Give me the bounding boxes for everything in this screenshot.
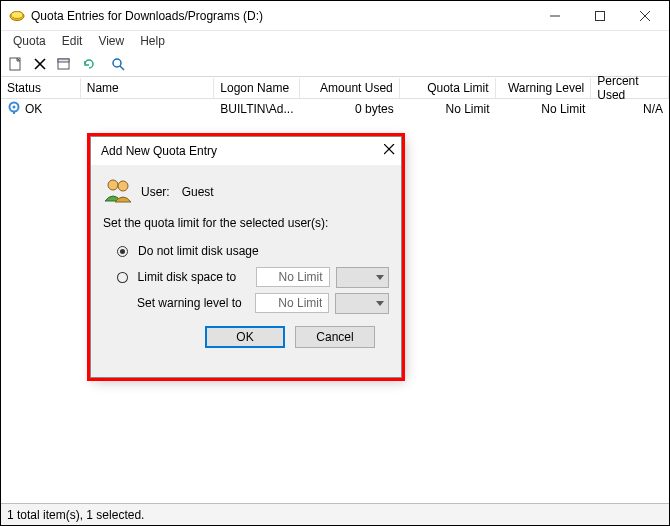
svg-rect-15: [13, 111, 15, 114]
statusbar-text: 1 total item(s), 1 selected.: [7, 508, 144, 522]
limit-unit-select[interactable]: [336, 267, 389, 288]
statusbar: 1 total item(s), 1 selected.: [1, 503, 669, 525]
menubar: Quota Edit View Help: [1, 31, 669, 51]
radio-limit[interactable]: [117, 272, 128, 283]
delete-button[interactable]: [29, 53, 51, 75]
radio-no-limit-label[interactable]: Do not limit disk usage: [138, 244, 259, 258]
svg-point-18: [108, 180, 118, 190]
toolbar: [1, 51, 669, 77]
col-warn[interactable]: Warning Level: [496, 78, 592, 98]
menu-quota[interactable]: Quota: [5, 33, 54, 49]
titlebar: Quota Entries for Downloads/Programs (D:…: [1, 1, 669, 31]
cell-amount: 0 bytes: [300, 102, 400, 116]
menu-view[interactable]: View: [90, 33, 132, 49]
disk-quota-icon: [9, 8, 25, 24]
menu-help[interactable]: Help: [132, 33, 173, 49]
cell-status: OK: [1, 101, 81, 118]
dialog-prompt: Set the quota limit for the selected use…: [103, 216, 389, 230]
window-controls: [532, 2, 667, 30]
svg-point-19: [118, 181, 128, 191]
new-entry-button[interactable]: [5, 53, 27, 75]
minimize-button[interactable]: [532, 2, 577, 30]
warn-unit-select[interactable]: [335, 293, 389, 314]
limit-value-input[interactable]: [256, 267, 330, 287]
table-header: Status Name Logon Name Amount Used Quota…: [1, 77, 669, 99]
cell-quota: No Limit: [400, 102, 496, 116]
find-button[interactable]: [107, 53, 129, 75]
cell-percent: N/A: [591, 102, 669, 116]
radio-no-limit[interactable]: [117, 246, 128, 257]
cell-logon: BUILTIN\Ad...: [214, 102, 300, 116]
menu-edit[interactable]: Edit: [54, 33, 91, 49]
svg-point-14: [13, 105, 16, 108]
radio-limit-label[interactable]: Limit disk space to: [138, 270, 250, 284]
user-value: Guest: [182, 185, 214, 199]
col-percent[interactable]: Percent Used: [591, 78, 669, 98]
main-window: Quota Entries for Downloads/Programs (D:…: [0, 0, 670, 526]
chevron-down-icon: [376, 301, 384, 306]
warn-value-input[interactable]: [255, 293, 329, 313]
table-row[interactable]: OK BUILTIN\Ad... 0 bytes No Limit No Lim…: [1, 99, 669, 119]
dialog-titlebar: Add New Quota Entry: [91, 137, 401, 165]
dialog-body: User: Guest Set the quota limit for the …: [91, 165, 401, 358]
status-ok-icon: [7, 101, 21, 118]
properties-button[interactable]: [53, 53, 75, 75]
window-title: Quota Entries for Downloads/Programs (D:…: [31, 9, 532, 23]
ok-button[interactable]: OK: [205, 326, 285, 348]
svg-line-12: [120, 66, 124, 70]
col-logon[interactable]: Logon Name: [214, 78, 300, 98]
maximize-button[interactable]: [577, 2, 622, 30]
cell-status-text: OK: [25, 102, 42, 116]
undo-button[interactable]: [77, 53, 99, 75]
user-label: User:: [141, 185, 170, 199]
warn-label: Set warning level to: [137, 296, 249, 310]
col-quota[interactable]: Quota Limit: [400, 78, 496, 98]
svg-rect-3: [595, 11, 604, 20]
col-amount[interactable]: Amount Used: [300, 78, 400, 98]
svg-point-11: [113, 59, 121, 67]
dialog-close-button[interactable]: [384, 144, 395, 158]
users-icon: [103, 177, 133, 206]
chevron-down-icon: [376, 275, 384, 280]
cancel-button[interactable]: Cancel: [295, 326, 375, 348]
svg-point-1: [11, 11, 23, 18]
add-quota-dialog: Add New Quota Entry User: Guest: [90, 136, 402, 378]
col-status[interactable]: Status: [1, 78, 81, 98]
dialog-title: Add New Quota Entry: [101, 144, 217, 158]
close-button[interactable]: [622, 2, 667, 30]
col-name[interactable]: Name: [81, 78, 215, 98]
cell-warn: No Limit: [496, 102, 592, 116]
svg-rect-10: [58, 59, 69, 62]
